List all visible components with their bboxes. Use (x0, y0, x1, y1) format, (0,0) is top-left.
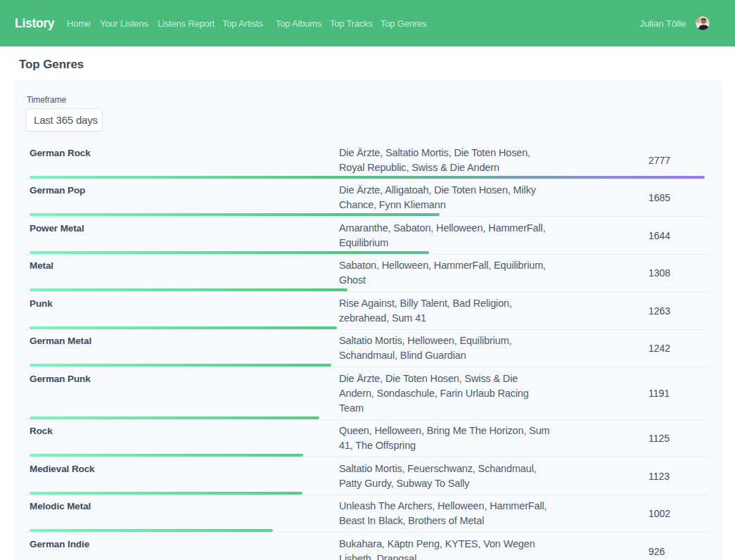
genre-count: 1308 (648, 267, 705, 279)
genre-name: Rock (30, 424, 339, 438)
genre-row: Melodic Metal Unleash The Archers, Hello… (25, 495, 709, 533)
genre-name: German Rock (30, 146, 339, 160)
genre-bar (30, 492, 302, 495)
genre-row-grid: German Punk Die Ärzte, Die Toten Hosen, … (30, 371, 705, 416)
genre-artists: Die Ärzte, Alligatoah, Die Toten Hosen, … (339, 183, 550, 212)
genre-row-grid: Rock Queen, Helloween, Bring Me The Hori… (30, 424, 705, 453)
genre-artists: Sabaton, Helloween, HammerFall, Equilibr… (339, 258, 550, 288)
genre-count: 1263 (648, 305, 705, 317)
genre-row: Rock Queen, Helloween, Bring Me The Hori… (25, 420, 709, 458)
navbar: Listory Home Your Listens Listens Report… (0, 0, 735, 46)
genre-bar-track (30, 176, 705, 179)
genre-row: German Rock Die Ärzte, Saltatio Mortis, … (25, 141, 709, 179)
nav-item-top-artists[interactable]: Top Artists (222, 0, 263, 46)
genre-artists-line: Team (339, 401, 550, 416)
genre-artists: Die Ärzte, Saltatio Mortis, Die Toten Ho… (339, 146, 550, 175)
genre-artists: Unleash The Archers, Helloween, HammerFa… (339, 499, 550, 528)
genre-row: German Pop Die Ärzte, Alligatoah, Die To… (25, 179, 709, 217)
genre-bar-track (30, 529, 705, 532)
genre-row-grid: Medieval Rock Saltatio Mortis, Feuerschw… (30, 462, 705, 491)
genre-name: Medieval Rock (30, 462, 339, 476)
genre-bar-track (30, 416, 705, 419)
genre-name: German Punk (30, 371, 339, 386)
genre-bar-track (30, 213, 705, 216)
genre-artists-line: Chance, Fynn Kliemann (339, 198, 550, 212)
genre-row-grid: German Pop Die Ärzte, Alligatoah, Die To… (30, 183, 705, 212)
genre-row: Punk Rise Against, Billy Talent, Bad Rel… (25, 292, 709, 330)
genre-row-grid: Metal Sabaton, Helloween, HammerFall, Eq… (30, 258, 705, 288)
genre-artists-line: Bukahara, Käptn Peng, KYTES, Von Wegen (339, 537, 550, 552)
genre-count: 1002 (648, 508, 705, 519)
genre-artists-line: Lisbeth, Drangsal (339, 552, 550, 560)
app-logo[interactable]: Listory (15, 0, 54, 46)
genre-bar (30, 251, 429, 254)
genre-row: Metal Sabaton, Helloween, HammerFall, Eq… (25, 255, 709, 293)
genre-artists-line: Die Ärzte, Alligatoah, Die Toten Hosen, … (339, 183, 550, 198)
genre-row-grid: Punk Rise Against, Billy Talent, Bad Rel… (30, 296, 705, 326)
genre-bar (30, 529, 273, 532)
nav-item-top-albums[interactable]: Top Albums (276, 0, 321, 46)
genre-name: Punk (30, 296, 339, 311)
user-name: Julian Tölle (639, 18, 686, 29)
genre-bar (30, 326, 337, 329)
genre-artists-line: Queen, Helloween, Bring Me The Horizon, … (339, 424, 550, 438)
genre-artists-line: Patty Gurdy, Subway To Sally (339, 476, 550, 491)
genre-artists-line: Andern, Sondaschule, Farin Urlaub Racing (339, 386, 550, 401)
genre-bar-track (30, 492, 705, 495)
timeframe-label: Timeframe (27, 94, 709, 106)
genre-count: 1644 (648, 230, 705, 241)
genre-row: German Metal Saltatio Mortis, Helloween,… (25, 330, 709, 368)
genre-artists-line: Beast In Black, Brothers of Metal (339, 514, 550, 528)
genre-count: 2777 (648, 155, 705, 166)
genre-artists: Die Ärzte, Die Toten Hosen, Swiss & DieA… (339, 371, 550, 416)
nav-item-listens-report[interactable]: Listens Report (158, 0, 215, 46)
nav-item-home[interactable]: Home (67, 0, 91, 46)
genre-artists-line: Rise Against, Billy Talent, Bad Religion… (339, 296, 550, 311)
genre-artists-line: 41, The Offspring (339, 438, 550, 453)
genre-name: Power Metal (30, 221, 339, 236)
nav-item-top-genres[interactable]: Top Genres (381, 0, 426, 46)
genre-artists-line: zebrahead, Sum 41 (339, 311, 550, 326)
genre-artists-line: Unleash The Archers, Helloween, HammerFa… (339, 499, 550, 514)
nav-item-your-listens[interactable]: Your Listens (100, 0, 148, 46)
genre-artists-line: Royal Republic, Swiss & Die Andern (339, 160, 550, 175)
genre-bar-track (30, 251, 705, 254)
genre-bar (30, 364, 331, 367)
genre-artists: Saltatio Mortis, Feuerschwanz, Schandmau… (339, 462, 550, 491)
genre-bar (30, 416, 319, 419)
genre-artists: Queen, Helloween, Bring Me The Horizon, … (339, 424, 550, 453)
genre-count: 1191 (648, 388, 705, 399)
user-avatar[interactable] (696, 16, 710, 30)
genre-name: German Pop (30, 183, 339, 198)
genre-count: 1242 (648, 343, 705, 354)
genre-artists: Amaranthe, Sabaton, Helloween, HammerFal… (339, 221, 550, 250)
timeframe-select[interactable]: Last 365 days (25, 108, 103, 132)
genre-count: 1125 (648, 433, 705, 444)
genre-name: German Indie (30, 537, 339, 552)
genre-artists: Saltatio Mortis, Helloween, Equilibrium,… (339, 333, 550, 363)
user-menu[interactable]: Julian Tölle (639, 0, 710, 46)
genre-row: Medieval Rock Saltatio Mortis, Feuerschw… (25, 457, 709, 495)
genre-artists-line: Saltatio Mortis, Feuerschwanz, Schandmau… (339, 462, 550, 476)
genres-card: Timeframe Last 365 days German Rock Die … (14, 81, 723, 560)
genre-row-grid: Power Metal Amaranthe, Sabaton, Hellowee… (30, 221, 705, 250)
genre-artists-line: Schandmaul, Blind Guardian (339, 348, 550, 363)
nav-item-top-tracks[interactable]: Top Tracks (330, 0, 373, 46)
genre-name: Metal (30, 258, 339, 273)
genre-artists-line: Saltatio Mortis, Helloween, Equilibrium, (339, 333, 550, 348)
genre-row: German Indie Bukahara, Käptn Peng, KYTES… (25, 533, 709, 560)
genre-bar-track (30, 326, 705, 329)
genre-name: Melodic Metal (30, 499, 339, 514)
genre-bar-track (30, 364, 705, 367)
genre-bar (30, 454, 303, 457)
genre-name: German Metal (30, 333, 339, 348)
genre-artists-line: Ghost (339, 273, 550, 288)
genre-bar-track (30, 454, 705, 457)
genre-row-grid: German Rock Die Ärzte, Saltatio Mortis, … (30, 146, 705, 175)
genre-bar (30, 213, 440, 216)
page-title: Top Genres (19, 56, 84, 73)
genre-bar (30, 288, 347, 291)
genre-list: German Rock Die Ärzte, Saltatio Mortis, … (25, 141, 709, 560)
genre-row: Power Metal Amaranthe, Sabaton, Hellowee… (25, 217, 709, 255)
genre-row-grid: German Indie Bukahara, Käptn Peng, KYTES… (30, 537, 705, 560)
